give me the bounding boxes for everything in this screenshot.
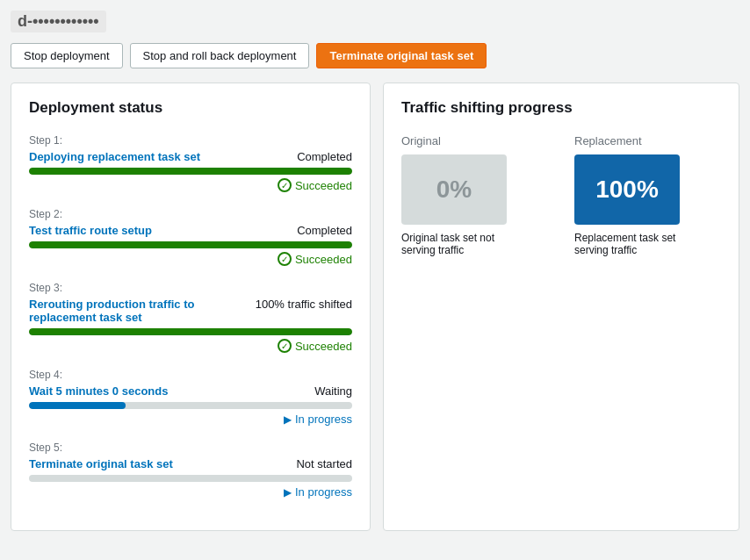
step-3-result-label: Succeeded bbox=[295, 340, 352, 353]
traffic-shifting-title: Traffic shifting progress bbox=[401, 99, 721, 117]
step-2-result: ✓ Succeeded bbox=[29, 252, 352, 266]
step-2-result-label: Succeeded bbox=[295, 253, 352, 266]
step-4-progress-bar bbox=[29, 402, 352, 409]
step-1-label: Step 1: bbox=[29, 134, 352, 147]
step-4-label: Step 4: bbox=[29, 369, 352, 381]
step-3-label: Step 3: bbox=[29, 282, 352, 294]
step-2-check-icon: ✓ bbox=[278, 252, 292, 266]
step-5-arrow-icon: ▶ bbox=[284, 486, 292, 499]
step-1-check-icon: ✓ bbox=[278, 178, 292, 192]
original-desc: Original task set not serving traffic bbox=[401, 232, 516, 256]
step-3-check-icon: ✓ bbox=[278, 339, 292, 353]
main-content: Deployment status Step 1: Deploying repl… bbox=[11, 83, 739, 531]
page-title: d-•••••••••••• bbox=[11, 11, 106, 32]
replacement-traffic-box: 100% bbox=[574, 154, 680, 225]
original-pct: 0% bbox=[436, 176, 472, 204]
step-2-name: Test traffic route setup bbox=[29, 224, 152, 237]
stop-rollback-button[interactable]: Stop and roll back deployment bbox=[130, 43, 310, 68]
step-5-name: Terminate original task set bbox=[29, 457, 173, 470]
step-5-status: Not started bbox=[296, 457, 352, 470]
step-4-result-label: In progress bbox=[295, 413, 352, 426]
step-3-name: Rerouting production traffic to replacem… bbox=[29, 298, 205, 324]
deployment-status-card: Deployment status Step 1: Deploying repl… bbox=[11, 83, 371, 531]
toolbar: Stop deployment Stop and roll back deplo… bbox=[11, 43, 739, 68]
step-1-result: ✓ Succeeded bbox=[29, 178, 352, 192]
step-3-status: 100% traffic shifted bbox=[256, 298, 352, 311]
deployment-status-title: Deployment status bbox=[29, 99, 352, 117]
step-2-status: Completed bbox=[297, 224, 352, 237]
replacement-panel: Replacement 100% Replacement task set se… bbox=[574, 134, 721, 256]
step-2-progress-bar bbox=[29, 241, 352, 248]
replacement-pct: 100% bbox=[595, 176, 659, 204]
replacement-panel-label: Replacement bbox=[574, 134, 721, 147]
step-3-result: ✓ Succeeded bbox=[29, 339, 352, 353]
step-1-result-label: Succeeded bbox=[295, 179, 352, 192]
step-1-status: Completed bbox=[297, 150, 352, 163]
traffic-shifting-card: Traffic shifting progress Original 0% Or… bbox=[383, 83, 739, 531]
step-1-block: Step 1: Deploying replacement task set C… bbox=[29, 134, 352, 192]
replacement-desc: Replacement task set serving traffic bbox=[574, 232, 689, 256]
original-panel-label: Original bbox=[401, 134, 548, 147]
original-panel: Original 0% Original task set not servin… bbox=[401, 134, 548, 256]
step-3-progress-bar bbox=[29, 328, 352, 335]
terminate-task-set-button[interactable]: Terminate original task set bbox=[316, 43, 487, 68]
step-2-block: Step 2: Test traffic route setup Complet… bbox=[29, 208, 352, 266]
step-5-label: Step 5: bbox=[29, 442, 352, 454]
step-5-block: Step 5: Terminate original task set Not … bbox=[29, 442, 352, 499]
step-5-progress-bar bbox=[29, 475, 352, 482]
step-4-status: Waiting bbox=[314, 384, 352, 398]
step-5-result-label: In progress bbox=[295, 485, 352, 499]
traffic-panels: Original 0% Original task set not servin… bbox=[401, 134, 721, 256]
step-1-progress-bar bbox=[29, 168, 352, 175]
step-2-label: Step 2: bbox=[29, 208, 352, 220]
step-3-block: Step 3: Rerouting production traffic to … bbox=[29, 282, 352, 353]
step-4-arrow-icon: ▶ bbox=[284, 413, 292, 426]
step-4-name: Wait 5 minutes 0 seconds bbox=[29, 384, 168, 398]
step-4-block: Step 4: Wait 5 minutes 0 seconds Waiting… bbox=[29, 369, 352, 426]
step-1-name: Deploying replacement task set bbox=[29, 150, 200, 163]
step-4-result: ▶ In progress bbox=[29, 413, 352, 426]
original-traffic-box: 0% bbox=[401, 154, 507, 225]
step-5-result: ▶ In progress bbox=[29, 485, 352, 499]
stop-deployment-button[interactable]: Stop deployment bbox=[11, 43, 123, 68]
